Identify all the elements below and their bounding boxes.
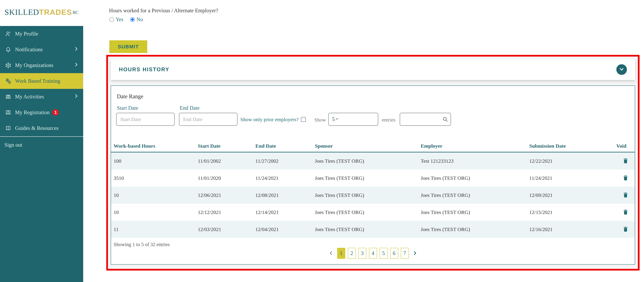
person-icon — [5, 31, 12, 37]
previous-page-button[interactable] — [328, 250, 335, 256]
skilledtradesbc-logo[interactable]: SKILLEDTRADESBC — [4, 8, 78, 17]
collapse-toggle-button[interactable] — [616, 64, 627, 75]
cell-employer: Joes Tires (TEST ORG) — [418, 221, 527, 238]
next-page-button[interactable] — [411, 250, 418, 256]
cell-submission-date: 12/22/2021 — [527, 152, 614, 170]
col-header-submission-date[interactable]: Submission Date — [527, 140, 614, 152]
radio-no-label[interactable]: No — [136, 17, 143, 23]
start-date-label: Start Date — [117, 105, 138, 111]
sidebar-item-my-profile[interactable]: My Profile — [0, 26, 83, 42]
page-size-select[interactable]: 5 — [328, 113, 378, 126]
sidebar-item-my-organizations[interactable]: My Organizations — [0, 57, 83, 73]
col-header-employer[interactable]: Employer — [418, 140, 527, 152]
guides-icon — [5, 125, 12, 132]
chevron-left-icon — [328, 250, 334, 256]
hours-history-table: Work-based Hours Start Date End Date Spo… — [111, 140, 635, 238]
prior-employers-filter: Show only prior employers? — [240, 117, 306, 122]
page-button-6[interactable]: 6 — [390, 248, 398, 259]
cell-end-date: 12/08/2021 — [253, 187, 312, 204]
network-icon — [5, 62, 12, 69]
hours-history-highlight-region: HOURS HISTORY Date Range Start Date End … — [106, 55, 640, 270]
notification-count-badge: 1 — [52, 109, 59, 116]
hours-history-title: HOURS HISTORY — [119, 67, 170, 73]
table-header-row: Work-based Hours Start Date End Date Spo… — [111, 140, 635, 152]
sidebar-divider — [0, 136, 83, 137]
previous-employer-question: Hours worked for a Previous / Alternate … — [109, 8, 218, 14]
page-button-1[interactable]: 1 — [337, 248, 345, 259]
void-trash-button[interactable] — [622, 174, 629, 182]
sidebar-item-guides-resources[interactable]: Guides & Resources — [0, 120, 83, 136]
cell-sponsor: Joes Tires (TEST ORG) — [312, 221, 418, 238]
chevron-right-icon — [74, 62, 79, 69]
logo-trades: TRADES — [39, 8, 72, 17]
cell-employer: Joes Tires (TEST ORG) — [418, 204, 527, 221]
page-button-5[interactable]: 5 — [380, 248, 388, 259]
cell-end-date: 12/14/2021 — [253, 204, 312, 221]
logo-bc: BC — [72, 10, 78, 15]
trash-icon — [622, 162, 629, 165]
prior-employers-checkbox[interactable] — [301, 117, 306, 122]
table-row: 10 12/06/2021 12/08/2021 Joes Tires (TES… — [111, 187, 635, 204]
col-header-start-date[interactable]: Start Date — [195, 140, 253, 152]
sidebar-item-my-activities[interactable]: My Activities — [0, 89, 83, 105]
cell-submission-date: 12/09/2021 — [527, 187, 614, 204]
sidebar-item-label: Work Based Training — [15, 78, 60, 84]
cell-end-date: 11/27/2002 — [253, 152, 312, 170]
radio-no[interactable] — [130, 17, 135, 22]
show-label: Show — [314, 117, 326, 123]
col-header-sponsor[interactable]: Sponsor — [312, 140, 418, 152]
col-header-work-based-hours[interactable]: Work-based Hours — [111, 140, 195, 152]
cell-submission-date: 12/16/2021 — [527, 221, 614, 238]
cell-hours: 10 — [111, 204, 195, 221]
sidebar: My Profile Notifications My Organization… — [0, 26, 83, 282]
cell-end-date: 11/24/2021 — [253, 170, 312, 187]
trash-icon — [622, 230, 629, 233]
page-button-3[interactable]: 3 — [358, 248, 366, 259]
void-trash-button[interactable] — [622, 192, 629, 199]
void-trash-button[interactable] — [622, 226, 629, 233]
table-row: 3510 11/01/2020 11/24/2021 Joes Tires (T… — [111, 170, 635, 187]
sidebar-item-label: My Activities — [15, 94, 44, 100]
chevron-right-icon — [412, 250, 418, 256]
sidebar-item-my-registration[interactable]: My Registration 1 — [0, 105, 83, 120]
void-trash-button[interactable] — [622, 157, 629, 165]
cell-hours: 3510 — [111, 170, 195, 187]
page-button-7[interactable]: 7 — [401, 248, 409, 259]
cell-sponsor: Joes Tires (TEST ORG) — [312, 170, 418, 187]
prior-employers-label: Show only prior employers? — [240, 117, 298, 122]
table-row: 100 11/01/2002 11/27/2002 Joes Tires (TE… — [111, 152, 635, 170]
table-row: 10 12/12/2021 12/14/2021 Joes Tires (TES… — [111, 204, 635, 221]
radio-option-yes[interactable]: Yes — [109, 17, 123, 23]
cell-submission-date: 11/24/2021 — [527, 170, 614, 187]
sidebar-item-label: Guides & Resources — [15, 125, 58, 131]
start-date-input[interactable] — [116, 113, 174, 126]
bell-icon — [5, 46, 12, 53]
submit-button[interactable]: SUBMIT — [109, 40, 147, 53]
cell-hours: 100 — [111, 152, 195, 170]
work-training-icon — [5, 78, 12, 84]
sidebar-item-label: Notifications — [15, 47, 43, 53]
page-button-2[interactable]: 2 — [348, 248, 356, 259]
void-trash-button[interactable] — [622, 209, 629, 216]
radio-yes-label[interactable]: Yes — [116, 17, 123, 23]
sign-out-label: Sign out — [4, 142, 22, 148]
radio-yes[interactable] — [109, 17, 114, 22]
table-row: 11 12/03/2021 12/04/2021 Joes Tires (TES… — [111, 221, 635, 238]
sign-out-button[interactable]: Sign out — [0, 137, 83, 153]
col-header-end-date[interactable]: End Date — [253, 140, 312, 152]
cell-start-date: 12/03/2021 — [195, 221, 253, 238]
sidebar-item-work-based-training[interactable]: Work Based Training — [0, 73, 83, 89]
sidebar-item-notifications[interactable]: Notifications — [0, 42, 83, 57]
radio-option-no[interactable]: No — [130, 17, 143, 23]
trash-icon — [622, 213, 629, 216]
chevron-right-icon — [74, 46, 79, 53]
entries-label: entries — [382, 117, 396, 123]
sidebar-item-label: My Registration — [15, 109, 50, 116]
trash-icon — [622, 196, 629, 199]
end-date-input[interactable] — [179, 113, 238, 126]
pagination: 1 2 3 4 5 6 7 — [111, 248, 635, 259]
cell-start-date: 12/12/2021 — [195, 204, 253, 221]
cell-start-date: 12/06/2021 — [195, 187, 253, 204]
page-button-4[interactable]: 4 — [369, 248, 377, 259]
col-header-void[interactable]: Void — [614, 140, 635, 152]
